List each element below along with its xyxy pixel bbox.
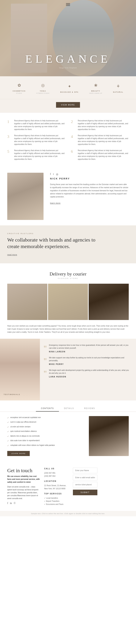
contact-service-1: ✓ Local transfers xyxy=(44,496,69,500)
quote-mark-2: " xyxy=(43,358,47,364)
testimonials-label: TESTIMONIALS xyxy=(4,394,20,395)
check-icon-5: ✓ xyxy=(7,435,9,438)
banner-section: CREATIVE RUSTLERS We collaborate with br… xyxy=(0,226,136,263)
contact-call-title: CALL US xyxy=(44,468,69,470)
list-item-4: ✓ quis nostrud exercitation ullamco xyxy=(7,430,85,433)
feature-text-1: Recruitment Agency that strives to help … xyxy=(14,119,65,131)
testimonial-content-3: We begin each web development project by… xyxy=(49,369,131,378)
check-icon-6: ✓ xyxy=(7,439,9,442)
testimonial-item-2: " We take support one step further by as… xyxy=(43,356,131,365)
logo-beauty: ❀ BEAUTY HAIR & MAKE-UP xyxy=(89,81,102,94)
feature-text-4: Recruitment Agency that strives to help … xyxy=(78,134,129,146)
contact-location-line2: New York, NY 10110 9000 xyxy=(44,487,69,490)
hero-title: ELEGANCE xyxy=(25,52,111,66)
feature-item-1: 1 Recruitment Agency that strives to hel… xyxy=(7,119,65,131)
testimonial-item-3: " We begin each web development project … xyxy=(43,369,131,378)
logo-cosmetics: ✿ COSMETICS STUDIO xyxy=(13,81,26,94)
twitter-icon[interactable]: t xyxy=(53,173,54,176)
beauty-icon: ❀ xyxy=(92,81,100,89)
list-item-text-1: excepteur sint occaecat cupidatat non xyxy=(10,416,41,419)
testimonials-right: " Emergency response time is one hour or… xyxy=(40,339,136,400)
feature-item-6: 6 Recruitment Agency that strives to hel… xyxy=(71,149,129,161)
list-item-text-3: ut enim ad minim veniam xyxy=(10,425,30,428)
tabs-learn-more-button[interactable]: LEARN MORE xyxy=(7,451,30,456)
feature-text-3: Recruitment Agency that strives to help … xyxy=(14,134,65,146)
logo-cosmetics-sub: STUDIO xyxy=(16,92,22,94)
logo-natural: ⚘ NATURAL xyxy=(113,82,123,93)
person-description: During these years we have reached the l… xyxy=(50,183,129,198)
instagram-icon[interactable]: ◎ xyxy=(56,173,58,176)
tab-details[interactable]: DETAILS xyxy=(59,406,79,412)
delivery-section: Delivery by courier FASHION STORE Have y… xyxy=(0,263,136,339)
logo-yoga: ◎ YOGA FITNESS STUDIO xyxy=(36,81,49,94)
check-icon-1: ✓ xyxy=(7,416,9,419)
form-message-input[interactable] xyxy=(73,482,97,488)
contact-services-title: TOP SERVICES xyxy=(44,493,69,495)
feature-number-4: 4 xyxy=(71,134,75,139)
form-submit-button[interactable]: SUBMIT xyxy=(73,490,97,495)
logo-cosmetics-name: COSMETICS xyxy=(13,90,26,92)
delivery-photos xyxy=(7,284,129,320)
form-email-input[interactable] xyxy=(73,475,97,480)
delivery-photo-1 xyxy=(7,284,47,320)
banner-tag: CREATIVE RUSTLERS xyxy=(7,233,129,234)
banner-title: We collaborate with brands and agencies … xyxy=(7,237,105,250)
feature-number-1: 1 xyxy=(7,119,12,124)
list-item-7: ✓ voluptate velit esse cillum dolore eu … xyxy=(7,444,85,447)
list-item-text-7: voluptate velit esse cillum dolore eu fu… xyxy=(10,444,55,446)
contact-linkedin-icon[interactable]: in xyxy=(10,502,12,505)
view-more-section: VIEW MORE xyxy=(0,99,136,113)
testimonial-item-1: " Emergency response time is one hour or… xyxy=(43,344,131,353)
testimonials-section: TESTIMONIALS " Emergency response time i… xyxy=(0,339,136,400)
learn-more-link[interactable]: learn more xyxy=(50,202,61,204)
check-icon-7: ✓ xyxy=(7,444,9,447)
logos-section: ✿ COSMETICS STUDIO ◎ YOGA FITNESS STUDIO… xyxy=(0,76,136,99)
feature-text-5: Recruitment Agency that strives to help … xyxy=(14,149,65,161)
features-section: 1 Recruitment Agency that strives to hel… xyxy=(0,113,136,167)
list-item-text-6: duis aute irure dolor in reprehenderit xyxy=(10,439,39,442)
tab-reviews[interactable]: REVIEWS xyxy=(79,406,100,412)
contact-body: Diam sit amet consulla erat – class apte… xyxy=(7,486,40,500)
form-name-input[interactable] xyxy=(73,468,97,473)
delivery-photo-2 xyxy=(48,284,88,320)
contact-call-line2: (234) 987 654 xyxy=(44,474,69,478)
tabs-content: ✓ excepteur sint occaecat cupidatat non … xyxy=(0,412,136,460)
feature-number-5: 5 xyxy=(7,149,12,154)
feature-item-5: 5 Recruitment Agency that strives to hel… xyxy=(7,149,65,161)
tab-contents[interactable]: CONTENTS xyxy=(36,406,59,412)
logo-massage-name: MASSAGE & SPA xyxy=(60,91,79,93)
testimonial-name-1: NINA LAREON xyxy=(49,351,131,353)
feature-number-6: 6 xyxy=(71,149,75,154)
delivery-body: Have you ever wished you could just make… xyxy=(7,320,129,339)
tabs-header: CONTENTS DETAILS REVIEWS xyxy=(0,400,136,412)
logo-yoga-name: YOGA xyxy=(40,90,46,92)
check-icon-4: ✓ xyxy=(7,430,9,433)
person-content: f t ◎ NICK PERRY During these years we h… xyxy=(43,173,129,220)
facebook-icon[interactable]: f xyxy=(50,173,51,176)
feature-item-4: 4 Recruitment Agency that strives to hel… xyxy=(71,134,129,146)
list-item-text-2: sunt in culpa qui officia deserunt xyxy=(10,420,36,423)
footer-note: Sample text. Click to select the text bo… xyxy=(0,511,136,516)
hero-section: ELEGANCE Image from Unsplash xyxy=(0,0,136,76)
features-grid: 1 Recruitment Agency that strives to hel… xyxy=(7,119,129,161)
logo-massage: ✦ MASSAGE & SPA xyxy=(60,82,79,93)
tabs-section: CONTENTS DETAILS REVIEWS ✓ excepteur sin… xyxy=(0,400,136,460)
tabs-list: ✓ excepteur sint occaecat cupidatat non … xyxy=(7,416,89,456)
list-item-6: ✓ duis aute irure dolor in reprehenderit xyxy=(7,439,85,442)
logo-natural-name: NATURAL xyxy=(113,91,123,93)
contact-location-title: LOCATION xyxy=(44,480,69,482)
contact-facebook-icon[interactable]: f xyxy=(7,502,8,505)
list-item-text-4: quis nostrud exercitation ullamco xyxy=(10,430,37,432)
list-item-text-5: laboris nisi ut aliqua ex ea commodo xyxy=(10,434,40,437)
person-section: f t ◎ NICK PERRY During these years we h… xyxy=(0,167,136,226)
feature-number-2: 2 xyxy=(71,119,75,124)
list-item-3: ✓ ut enim ad minim veniam xyxy=(7,425,85,428)
logo-yoga-sub: FITNESS STUDIO xyxy=(36,92,49,94)
contact-title: Get in touch xyxy=(7,468,40,474)
read-more-link[interactable]: read more xyxy=(7,254,17,256)
view-more-button[interactable]: VIEW MORE xyxy=(56,102,80,108)
cosmetics-icon: ✿ xyxy=(15,81,23,89)
list-item-2: ✓ sunt in culpa qui officia deserunt xyxy=(7,420,85,424)
contact-copyright-icon[interactable]: © xyxy=(14,502,16,505)
hamburger-menu[interactable] xyxy=(66,3,70,6)
